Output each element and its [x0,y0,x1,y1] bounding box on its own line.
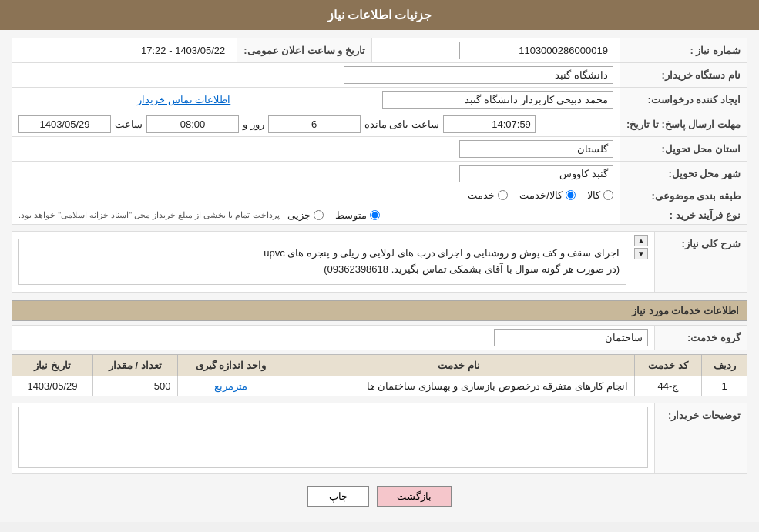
ijad-row: ایجاد کننده درخواست: محمد ذبیحی کاربرداز… [12,88,747,112]
col-radif: ردیف [702,355,747,376]
radio-motevaset-input[interactable] [370,210,380,220]
rooz-value: 6 [268,115,361,133]
rooz-label: روز و [243,119,264,130]
grooh-label: گروه خدمت: [655,326,747,350]
cell-name: انجام کارهای متفرقه درخصوص بازسازی و بهس… [284,376,634,396]
ijad-label: ایجاد کننده درخواست: [620,88,747,112]
dastgah-value: دانشگاه گنبد [344,66,613,84]
ijad-value: محمد ذبیحی کاربرداز دانشگاه گنبد [382,91,613,109]
radio-kala-khidmat-label: کالا/خدمت [519,189,563,201]
radio-kala-khidmat-input[interactable] [566,190,576,200]
farayand-row: نوع فرآیند خرید : متوسط جزیی [12,206,747,225]
sharh-row: شرح کلی نیاز: ▲ ▼ اجرای سقف و کف پوش و ر… [12,232,747,293]
shahr-label: شهر محل تحویل: [620,162,747,186]
col-tarikh: تاریخ نیاز [12,355,93,376]
remaining-label: ساعت باقی مانده [364,119,439,130]
dastgah-label: نام دستگاه خریدار: [620,63,747,88]
saat-value: 08:00 [146,115,239,133]
tabaghebandi-label: طبقه بندی موضوعی: [620,186,747,206]
shomara-value: 1103000286000019 [459,42,613,59]
page-title: جزئیات اطلاعات نیاز [327,8,432,22]
print-button[interactable]: چاپ [307,486,369,507]
comments-label: توضیحات خریدار: [655,403,747,474]
mohlat-label: مهلت ارسال پاسخ: تا تاریخ: [620,112,747,137]
services-table-wrapper: ردیف کد خدمت نام خدمت واحد اندازه گیری ت… [12,354,747,396]
farayand-label: نوع فرآیند خرید : [620,206,747,225]
shahr-row: شهر محل تحویل: گنبد کاووس [12,162,747,186]
col-vahed: واحد اندازه گیری [177,355,284,376]
date-value: 1403/05/29 [18,115,111,133]
scroll-down-btn[interactable]: ▼ [634,248,648,259]
sharh-line1: اجرای سقف و کف پوش و روشنایی و اجرای درب… [25,246,620,262]
radio-kala-input[interactable] [603,190,613,200]
sharh-label: شرح کلی نیاز: [655,232,747,293]
mohlat-row: مهلت ارسال پاسخ: تا تاریخ: 14:07:59 ساعت… [12,112,747,137]
buttons-row: بازگشت چاپ [12,486,747,507]
radio-motevaset[interactable]: متوسط [335,209,380,221]
radio-kala-label: کالا [587,189,600,201]
tarikh-elam-value: 1403/05/22 - 17:22 [92,42,230,59]
tabaghebandi-row: طبقه بندی موضوعی: کالا کالا/خدمت [12,186,747,206]
farayand-radio-group: متوسط جزیی [287,209,380,221]
radio-kala[interactable]: کالا [587,189,613,201]
radio-khidmat[interactable]: خدمت [468,189,508,201]
grooh-value: ساختمان [494,329,648,346]
radio-kala-khidmat[interactable]: کالا/خدمت [519,189,576,201]
grooh-table: گروه خدمت: ساختمان [12,325,747,350]
radio-motevaset-label: متوسط [335,209,367,221]
cell-tedad: 500 [92,376,177,396]
sharh-line2: (در صورت هر گونه سوال با آقای بشمکی تماس… [25,262,620,278]
comments-row: توضیحات خریدار: [12,403,747,474]
tarikh-elam-label: تاریخ و ساعت اعلان عمومی: [237,38,372,63]
col-name: نام خدمت [284,355,634,376]
sharh-content: اجرای سقف و کف پوش و روشنایی و اجرای درب… [18,239,626,285]
radio-jozee-label: جزیی [287,209,311,221]
page-header: جزئیات اطلاعات نیاز [0,0,759,30]
table-row: 1 ج-44 انجام کارهای متفرقه درخصوص بازساز… [12,376,747,396]
services-section-title: اطلاعات خدمات مورد نیاز [12,300,747,321]
shomara-row: شماره نیاز : 1103000286000019 تاریخ و سا… [12,38,747,63]
ostan-row: استان محل تحویل: گلستان [12,137,747,162]
comments-input[interactable] [18,407,648,468]
sharh-table: شرح کلی نیاز: ▲ ▼ اجرای سقف و کف پوش و ر… [12,231,747,293]
grooh-row: گروه خدمت: ساختمان [12,326,747,350]
cell-tarikh: 1403/05/29 [12,376,93,396]
cell-kod: ج-44 [634,376,702,396]
radio-khidmat-label: خدمت [468,189,495,201]
tamas-link[interactable]: اطلاعات تماس خریدار [137,94,230,105]
radio-khidmat-input[interactable] [498,190,508,200]
radio-jozee[interactable]: جزیی [287,209,324,221]
col-tedad: تعداد / مقدار [92,355,177,376]
remaining-value: 14:07:59 [443,115,536,133]
radio-jozee-input[interactable] [314,210,324,220]
cell-vahed: مترمربع [177,376,284,396]
tabaghebandi-radio-group: کالا کالا/خدمت خدمت [468,189,613,201]
col-kod: کد خدمت [634,355,702,376]
comments-table: توضیحات خریدار: [12,403,747,474]
saat-label: ساعت [115,119,143,130]
ostan-label: استان محل تحویل: [620,137,747,162]
table-header-row: ردیف کد خدمت نام خدمت واحد اندازه گیری ت… [12,355,747,376]
cell-radif: 1 [702,376,747,396]
services-table: ردیف کد خدمت نام خدمت واحد اندازه گیری ت… [12,354,747,396]
note-text: پرداخت تمام یا بخشی از مبلغ خریداز محل "… [18,210,280,220]
back-button[interactable]: بازگشت [377,486,452,507]
shahr-value: گنبد کاووس [459,165,613,182]
ostan-value: گلستان [459,140,613,158]
dastgah-row: نام دستگاه خریدار: دانشگاه گنبد [12,63,747,88]
main-info-table: شماره نیاز : 1103000286000019 تاریخ و سا… [12,38,747,225]
scroll-up-btn[interactable]: ▲ [634,235,648,246]
shomara-label: شماره نیاز : [620,38,747,63]
